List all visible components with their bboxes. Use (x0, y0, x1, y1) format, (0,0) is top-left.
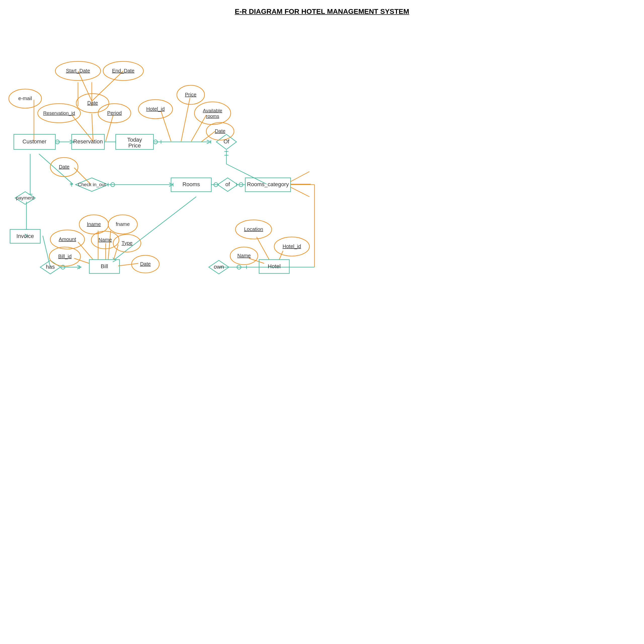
svg-line-151 (291, 172, 309, 182)
svg-text:Type: Type (122, 240, 132, 246)
svg-text:Date: Date (215, 128, 225, 134)
svg-line-72 (279, 251, 283, 260)
svg-text:has: has (46, 264, 55, 270)
svg-text:of: of (225, 181, 230, 187)
svg-text:Bill_id: Bill_id (58, 254, 71, 259)
svg-text:e-mail: e-mail (18, 96, 32, 101)
svg-line-54 (43, 236, 50, 267)
svg-text:Name: Name (98, 237, 112, 243)
svg-text:Date: Date (140, 261, 151, 267)
svg-line-10 (191, 115, 206, 141)
svg-line-69 (118, 263, 138, 266)
svg-text:Price: Price (128, 142, 141, 149)
svg-line-70 (257, 237, 269, 260)
svg-text:Reservation: Reservation (73, 138, 103, 145)
svg-line-11 (201, 131, 215, 142)
svg-text:Hotel_id: Hotel_id (146, 106, 165, 112)
svg-text:Amount: Amount (59, 236, 76, 242)
page-title: E-R DIAGRAM FOR HOTEL MANAGEMENT SYSTEM (0, 0, 644, 18)
svg-line-64 (108, 231, 111, 260)
svg-line-62 (113, 260, 116, 262)
svg-text:Iname: Iname (87, 221, 101, 227)
svg-line-3 (92, 71, 123, 101)
svg-line-60 (114, 197, 196, 260)
svg-text:Bill: Bill (101, 263, 108, 269)
svg-line-5 (72, 115, 93, 141)
svg-text:Check in_out: Check in_out (78, 182, 106, 187)
svg-text:Price: Price (185, 92, 196, 97)
svg-point-124 (194, 102, 231, 125)
svg-text:Hotel: Hotel (268, 263, 280, 269)
svg-text:Rooms_category: Rooms_category (247, 181, 289, 187)
svg-line-2 (78, 71, 92, 101)
svg-text:Start_Date: Start_Date (66, 68, 90, 74)
svg-line-153 (291, 187, 309, 197)
svg-text:Name: Name (237, 253, 251, 258)
svg-text:Today: Today (127, 137, 142, 143)
svg-text:Available: Available (203, 108, 222, 113)
svg-line-6 (106, 115, 113, 141)
svg-text:End_Date: End_Date (112, 68, 135, 74)
svg-text:own: own (214, 264, 224, 270)
svg-text:Period: Period (107, 110, 122, 116)
svg-line-4 (92, 114, 93, 141)
svg-text:Date: Date (59, 164, 69, 170)
svg-text:Customer: Customer (22, 138, 46, 145)
svg-text:Hotel_id: Hotel_id (283, 244, 301, 249)
svg-text:Location: Location (244, 226, 263, 232)
svg-line-8 (161, 111, 171, 141)
svg-text:Reservation_id: Reservation_id (43, 110, 75, 116)
svg-text:fname: fname (116, 221, 130, 227)
svg-text:Rooms: Rooms (182, 181, 200, 187)
svg-text:payment: payment (16, 195, 35, 200)
svg-text:Invoice: Invoice (16, 233, 34, 239)
svg-text:rooms: rooms (206, 113, 219, 119)
svg-text:Date: Date (87, 100, 98, 106)
